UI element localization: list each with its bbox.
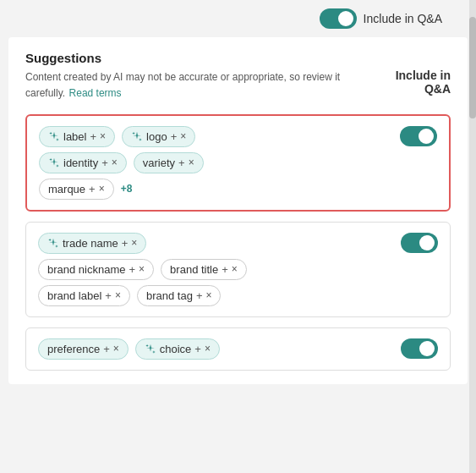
- tag-text: label: [63, 130, 86, 143]
- top-toggle-label: Include in Q&A: [364, 12, 442, 25]
- tag-text: variety: [143, 157, 175, 169]
- tag-remove-button[interactable]: ×: [113, 343, 119, 355]
- ai-sparkle-icon: [47, 237, 59, 249]
- tag-remove-button[interactable]: ×: [205, 289, 211, 301]
- tag-remove-button[interactable]: ×: [189, 157, 194, 168]
- tag-marque: marque+×: [39, 179, 114, 200]
- tag-brand label: brand label+×: [38, 285, 130, 306]
- card-2-row-2: brand nickname+×brand title+×: [38, 259, 438, 280]
- top-bar: Include in Q&A: [0, 0, 476, 37]
- toggle-1[interactable]: [400, 126, 437, 146]
- tag-plus-button[interactable]: +: [122, 237, 129, 250]
- main-content: Suggestions Content created by AI may no…: [8, 37, 468, 384]
- suggestions-desc-area: Content created by AI may not be accurat…: [25, 69, 378, 101]
- scrollbar[interactable]: [469, 0, 476, 473]
- read-terms-link[interactable]: Read terms: [69, 87, 122, 99]
- scrollbar-thumb[interactable]: [469, 17, 476, 118]
- tag-variety: variety+×: [134, 152, 204, 173]
- suggestions-title: Suggestions: [25, 51, 451, 65]
- tag-plus-button[interactable]: +: [222, 263, 228, 276]
- toggle-3[interactable]: [401, 338, 438, 359]
- toggle-2[interactable]: [401, 233, 438, 253]
- card-1-row-2: identity+×variety+×: [39, 152, 437, 173]
- tag-remove-button[interactable]: ×: [115, 289, 121, 301]
- tag-text: identity: [63, 157, 98, 169]
- tag-text: trade name: [63, 237, 118, 250]
- card-3-row-1: preference+× choice+×: [38, 338, 438, 360]
- tag-plus-button[interactable]: +: [178, 157, 185, 169]
- tag-plus-button[interactable]: +: [194, 343, 201, 355]
- more-badge[interactable]: +8: [121, 183, 133, 195]
- suggestions-meta: Content created by AI may not be accurat…: [25, 69, 451, 101]
- tag-text: preference: [47, 343, 100, 355]
- cards-container: label+× logo+× identity+×variety+×marque…: [25, 114, 451, 371]
- card-2-row-1: trade name+×: [38, 233, 438, 254]
- ai-sparkle-icon: [131, 130, 143, 142]
- tag-identity: identity+×: [39, 152, 127, 173]
- suggestion-card-1: label+× logo+× identity+×variety+×marque…: [25, 114, 451, 212]
- tag-text: brand title: [170, 263, 218, 276]
- tag-text: logo: [146, 130, 167, 143]
- column-header-label: Include in Q&A: [378, 69, 451, 96]
- tag-text: choice: [160, 343, 192, 355]
- tag-plus-button[interactable]: +: [171, 130, 178, 143]
- tag-text: brand tag: [146, 289, 193, 302]
- tag-logo: logo+×: [122, 126, 195, 147]
- tag-remove-button[interactable]: ×: [99, 183, 105, 195]
- card-toggle-1[interactable]: [400, 126, 437, 146]
- tag-plus-button[interactable]: +: [89, 183, 96, 195]
- tag-text: marque: [48, 183, 85, 195]
- card-toggle-2[interactable]: [401, 233, 438, 253]
- card-2-row-3: brand label+×brand tag+×: [38, 285, 438, 306]
- tag-plus-button[interactable]: +: [103, 343, 110, 355]
- tag-preference: preference+×: [38, 338, 129, 360]
- tag-brand tag: brand tag+×: [137, 285, 222, 306]
- tag-brand title: brand title+×: [161, 259, 247, 280]
- tag-remove-button[interactable]: ×: [131, 237, 137, 249]
- card-1-row-3: marque+×+8: [39, 179, 437, 200]
- tag-choice: choice+×: [135, 338, 220, 360]
- ai-sparkle-icon: [48, 157, 60, 168]
- card-1-row-1: label+× logo+×: [39, 126, 437, 147]
- tag-text: brand label: [47, 289, 101, 302]
- card-toggle-3[interactable]: [401, 338, 438, 359]
- tag-plus-button[interactable]: +: [129, 263, 136, 276]
- tag-trade name: trade name+×: [38, 233, 146, 254]
- tag-brand nickname: brand nickname+×: [38, 259, 154, 280]
- tag-remove-button[interactable]: ×: [232, 263, 238, 275]
- tag-plus-button[interactable]: +: [90, 130, 96, 143]
- tag-label: label+×: [39, 126, 115, 147]
- ai-sparkle-icon: [145, 343, 156, 355]
- tag-plus-button[interactable]: +: [196, 289, 203, 302]
- tag-remove-button[interactable]: ×: [100, 130, 106, 142]
- suggestion-card-3: preference+× choice+×: [25, 327, 451, 371]
- tag-remove-button[interactable]: ×: [139, 263, 145, 275]
- tag-plus-button[interactable]: +: [105, 289, 112, 302]
- ai-sparkle-icon: [48, 130, 60, 142]
- tag-remove-button[interactable]: ×: [112, 157, 118, 168]
- tag-text: brand nickname: [47, 263, 126, 276]
- tag-plus-button[interactable]: +: [101, 157, 108, 169]
- tag-remove-button[interactable]: ×: [180, 130, 186, 142]
- top-toggle[interactable]: [320, 8, 357, 29]
- tag-remove-button[interactable]: ×: [205, 343, 211, 355]
- suggestions-header: Suggestions Content created by AI may no…: [25, 51, 451, 101]
- suggestion-card-2: trade name+×brand nickname+×brand title+…: [25, 222, 451, 317]
